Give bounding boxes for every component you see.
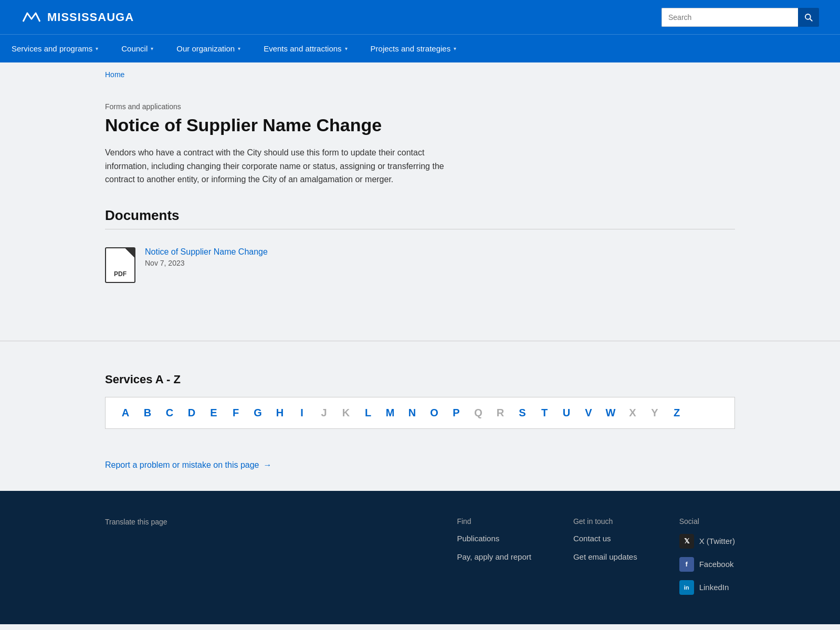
document-info: Notice of Supplier Name Change Nov 7, 20… <box>145 247 268 267</box>
az-letter-v[interactable]: V <box>579 407 598 419</box>
az-letter-c[interactable]: C <box>160 407 179 419</box>
report-section: Report a problem or mistake on this page… <box>0 445 840 491</box>
svg-rect-0 <box>21 9 42 25</box>
search-button[interactable] <box>798 8 819 27</box>
footer-columns: Find Publications Pay, apply and report … <box>457 517 735 603</box>
nav-item-org[interactable]: Our organization ▾ <box>165 35 252 62</box>
logo[interactable]: MISSISSAUGA <box>21 9 134 25</box>
az-letter-m[interactable]: M <box>381 407 400 419</box>
social-linkedin[interactable]: in LinkedIn <box>679 580 735 595</box>
az-grid: ABCDEFGHIJKLMNOPQRSTUVWXYZ <box>105 397 735 429</box>
chevron-down-icon: ▾ <box>238 46 240 51</box>
nav-item-projects[interactable]: Projects and strategies ▾ <box>359 35 468 62</box>
footer-col-contact: Get in touch Contact us Get email update… <box>573 517 637 603</box>
az-letter-l[interactable]: L <box>359 407 377 419</box>
footer-col-social: Social 𝕏 X (Twitter) f Facebook in Linke… <box>679 517 735 603</box>
documents-heading: Documents <box>105 207 735 224</box>
document-link[interactable]: Notice of Supplier Name Change <box>145 247 268 257</box>
footer-link-publications[interactable]: Publications <box>457 534 531 543</box>
svg-line-2 <box>810 18 812 20</box>
pdf-icon: PDF <box>105 247 135 283</box>
facebook-label: Facebook <box>699 560 734 569</box>
footer-social-title: Social <box>679 517 735 526</box>
page-description: Vendors who have a contract with the Cit… <box>105 146 452 186</box>
footer-link-pay[interactable]: Pay, apply and report <box>457 552 531 561</box>
az-letter-a[interactable]: A <box>116 407 135 419</box>
footer-link-email[interactable]: Get email updates <box>573 552 637 561</box>
report-problem-link[interactable]: Report a problem or mistake on this page… <box>105 460 735 470</box>
facebook-icon: f <box>679 557 694 572</box>
az-letter-i[interactable]: I <box>292 407 311 419</box>
az-letter-u[interactable]: U <box>557 407 576 419</box>
linkedin-icon: in <box>679 580 694 595</box>
nav-item-council[interactable]: Council ▾ <box>110 35 165 62</box>
section-divider <box>105 229 735 229</box>
site-footer: Translate this page Find Publications Pa… <box>0 491 840 624</box>
nav-item-services[interactable]: Services and programs ▾ <box>0 35 110 62</box>
az-letter-g[interactable]: G <box>248 407 267 419</box>
main-nav: Services and programs ▾ Council ▾ Our or… <box>0 34 840 62</box>
footer-link-contact[interactable]: Contact us <box>573 534 637 543</box>
az-section: Services A - Z ABCDEFGHIJKLMNOPQRSTUVWXY… <box>0 341 840 445</box>
az-letter-z[interactable]: Z <box>667 407 686 419</box>
page-title: Notice of Supplier Name Change <box>105 115 735 135</box>
chevron-down-icon: ▾ <box>96 46 98 51</box>
linkedin-label: LinkedIn <box>699 583 729 592</box>
search-area <box>662 8 819 27</box>
az-letter-k: K <box>337 407 355 419</box>
search-input[interactable] <box>662 8 798 27</box>
az-letter-d[interactable]: D <box>182 407 201 419</box>
az-letter-r: R <box>491 407 510 419</box>
az-letter-n[interactable]: N <box>403 407 422 419</box>
breadcrumb: Home <box>0 62 840 87</box>
document-date: Nov 7, 2023 <box>145 259 268 267</box>
az-letter-f[interactable]: F <box>226 407 245 419</box>
az-letter-x: X <box>623 407 642 419</box>
site-header: MISSISSAUGA Services and programs ▾ Coun… <box>0 0 840 62</box>
report-problem-label: Report a problem or mistake on this page <box>105 460 259 470</box>
az-letter-y: Y <box>645 407 664 419</box>
az-title: Services A - Z <box>105 373 735 386</box>
breadcrumb-home[interactable]: Home <box>105 70 124 79</box>
social-facebook[interactable]: f Facebook <box>679 557 735 572</box>
footer-translate: Translate this page <box>105 517 167 527</box>
page-category: Forms and applications <box>105 102 735 111</box>
chevron-down-icon: ▾ <box>454 46 456 51</box>
social-x[interactable]: 𝕏 X (Twitter) <box>679 534 735 549</box>
footer-contact-title: Get in touch <box>573 517 637 526</box>
az-letter-e[interactable]: E <box>204 407 223 419</box>
logo-text: MISSISSAUGA <box>47 10 134 24</box>
pdf-label: PDF <box>114 270 127 278</box>
footer-find-title: Find <box>457 517 531 526</box>
az-letter-j: J <box>314 407 333 419</box>
az-letter-w[interactable]: W <box>601 407 620 419</box>
az-letter-p[interactable]: P <box>447 407 466 419</box>
chevron-down-icon: ▾ <box>345 46 348 51</box>
footer-col-find: Find Publications Pay, apply and report <box>457 517 531 603</box>
nav-item-events[interactable]: Events and attractions ▾ <box>252 35 359 62</box>
az-letter-h[interactable]: H <box>270 407 289 419</box>
az-letter-s[interactable]: S <box>513 407 532 419</box>
az-letter-o[interactable]: O <box>425 407 444 419</box>
az-letter-b[interactable]: B <box>138 407 157 419</box>
main-content: Forms and applications Notice of Supplie… <box>0 87 840 320</box>
az-letter-t[interactable]: T <box>535 407 554 419</box>
translate-label: Translate this page <box>105 518 167 526</box>
x-twitter-icon: 𝕏 <box>679 534 694 549</box>
x-twitter-label: X (Twitter) <box>699 537 735 545</box>
document-card: PDF Notice of Supplier Name Change Nov 7… <box>105 242 735 293</box>
chevron-down-icon: ▾ <box>151 46 153 51</box>
arrow-icon: → <box>263 460 271 470</box>
az-letter-q: Q <box>469 407 488 419</box>
